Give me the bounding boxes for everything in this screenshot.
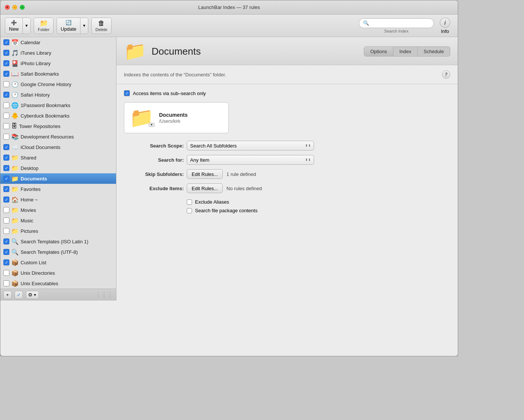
info-label: Info [441, 28, 449, 34]
sidebar-check-unix-executables[interactable] [3, 280, 9, 286]
gear-button[interactable]: ⚙ ▼ [26, 291, 39, 299]
exclude-items-btn[interactable]: Edit Rules... [187, 183, 223, 193]
folder-button[interactable]: 📁 Folder [34, 18, 54, 34]
sidebar-check-calendar[interactable]: ✓ [3, 39, 9, 45]
sidebar-item-music[interactable]: 📁Music [0, 215, 116, 226]
sidebar-item-safari-history[interactable]: ✓🕐Safari History [0, 89, 116, 100]
search-for-select[interactable]: Any Item [187, 155, 314, 165]
sidebar-check-search-templates-utf8[interactable]: ✓ [3, 249, 9, 255]
folder-dropdown-arrow[interactable]: ▼ [149, 123, 155, 127]
sidebar-item-google-chrome-history[interactable]: 🕐Google Chrome History [0, 79, 116, 89]
check-button[interactable]: ✓ [15, 291, 23, 299]
help-button[interactable]: ? [442, 70, 450, 79]
sidebar-item-iphoto-library[interactable]: ✓🎴iPhoto Library [0, 58, 116, 69]
sidebar-check-google-chrome-history[interactable] [3, 81, 9, 87]
sidebar-item-search-templates-latin[interactable]: ✓🔍Search Templates (ISO Latin 1) [0, 236, 116, 247]
sidebar-item-cyberduck-bookmarks[interactable]: 🐥Cyberduck Bookmarks [0, 110, 116, 121]
folder-card[interactable]: 📁 ▼ Documents /Users/kirk [124, 102, 229, 133]
sidebar-check-safari-bookmarks[interactable]: ✓ [3, 71, 9, 77]
sidebar-icon-music: 📁 [11, 217, 19, 224]
sidebar-item-search-templates-utf8[interactable]: ✓🔍Search Templates (UTF-8) [0, 247, 116, 257]
new-arrow[interactable]: ▼ [22, 18, 30, 34]
exclude-aliases-checkbox[interactable] [187, 200, 192, 205]
sidebar-check-itunes-library[interactable]: ✓ [3, 50, 9, 56]
new-button[interactable]: ➕ New [5, 18, 22, 34]
sidebar-item-custom-list[interactable]: ✓📦Custom List [0, 257, 116, 268]
sidebar-icon-cyberduck-bookmarks: 🐥 [11, 112, 19, 119]
sidebar-label-search-templates-latin: Search Templates (ISO Latin 1) [21, 239, 88, 244]
sidebar-check-icloud-documents[interactable]: ✓ [3, 144, 9, 150]
sidebar-item-development-resources[interactable]: 📚Development Resources [0, 131, 116, 142]
sidebar-label-icloud-documents: iCloud Documents [21, 144, 60, 150]
sidebar-item-shared[interactable]: ✓📁Shared [0, 152, 116, 163]
access-checkbox[interactable]: ✓ [124, 90, 130, 96]
update-button[interactable]: 🔄 Update [57, 18, 80, 34]
info-button[interactable]: i Info [437, 18, 453, 34]
detail-header: 📁 Documents Options Index Schedule [116, 37, 458, 65]
sidebar-check-movies[interactable] [3, 207, 9, 213]
sidebar-check-music[interactable] [3, 217, 9, 223]
minimize-button[interactable]: − [12, 5, 17, 10]
sidebar-check-home[interactable]: ✓ [3, 197, 9, 203]
sidebar-check-custom-list[interactable]: ✓ [3, 259, 9, 265]
search-box[interactable]: 🔍 [359, 18, 434, 28]
update-button-group[interactable]: 🔄 Update ▼ [57, 18, 88, 34]
add-button[interactable]: + [3, 291, 12, 299]
search-wrapper: 🔍 Search Index [359, 18, 434, 33]
sidebar-item-unix-directories[interactable]: 📦Unix Directories [0, 268, 116, 278]
sidebar-item-unix-executables[interactable]: 📦Unix Executables [0, 278, 116, 289]
sidebar-check-pictures[interactable] [3, 228, 9, 234]
sidebar-item-1password-bookmarks[interactable]: 🌐1Password Bookmarks [0, 100, 116, 110]
sidebar-check-shared[interactable]: ✓ [3, 155, 9, 161]
sidebar-check-iphoto-library[interactable]: ✓ [3, 60, 9, 66]
main-content: ✓📅Calendar✓🎵iTunes Library✓🎴iPhoto Libra… [0, 37, 458, 356]
sidebar-item-movies[interactable]: 📁Movies [0, 205, 116, 215]
tab-schedule[interactable]: Schedule [418, 47, 450, 56]
new-button-group[interactable]: ➕ New ▼ [5, 18, 31, 34]
sidebar-check-safari-history[interactable]: ✓ [3, 92, 9, 98]
sidebar-item-pictures[interactable]: 📁Pictures [0, 226, 116, 236]
search-label: Search Index [384, 29, 409, 33]
gear-arrow: ▼ [33, 293, 37, 297]
sidebar-item-itunes-library[interactable]: ✓🎵iTunes Library [0, 48, 116, 58]
sidebar-icon-itunes-library: 🎵 [11, 49, 19, 57]
sidebar-label-desktop: Desktop [21, 165, 39, 171]
tab-index[interactable]: Index [393, 47, 418, 56]
delete-button[interactable]: 🗑 Delete [91, 18, 112, 34]
sidebar-check-unix-directories[interactable] [3, 270, 9, 276]
sidebar-check-development-resources[interactable] [3, 134, 9, 140]
update-arrow[interactable]: ▼ [80, 18, 88, 34]
sidebar-item-icloud-documents[interactable]: ✓☁️iCloud Documents [0, 142, 116, 152]
tab-options[interactable]: Options [364, 47, 393, 56]
sidebar-label-shared: Shared [21, 155, 36, 161]
sidebar-check-1password-bookmarks[interactable] [3, 102, 9, 108]
sidebar-label-development-resources: Development Resources [21, 134, 74, 140]
search-for-wrapper: Any Item [187, 155, 314, 165]
search-scope-wrapper: Search All Subfolders [187, 141, 314, 150]
detail-description-bar: Indexes the contents of the “Documents” … [116, 65, 458, 84]
sidebar-item-home[interactable]: ✓🏠Home ~ [0, 194, 116, 205]
sidebar-label-pictures: Pictures [21, 228, 38, 234]
skip-subfolders-btn[interactable]: Edit Rules... [187, 169, 223, 179]
sidebar-icon-unix-directories: 📦 [11, 270, 19, 277]
search-file-package-checkbox[interactable] [187, 208, 192, 213]
maximize-button[interactable]: + [20, 5, 25, 10]
search-scope-select[interactable]: Search All Subfolders [187, 141, 314, 150]
sidebar-check-tower-repositories[interactable] [3, 123, 9, 129]
sidebar-item-desktop[interactable]: ✓📁Desktop [0, 163, 116, 173]
close-button[interactable]: ✕ [5, 5, 10, 10]
sidebar-check-desktop[interactable]: ✓ [3, 165, 9, 171]
skip-subfolders-row: Edit Rules... 1 rule defined [187, 169, 450, 179]
sidebar-check-cyberduck-bookmarks[interactable] [3, 113, 9, 119]
window-title: LaunchBar Index — 37 rules [198, 4, 260, 10]
sidebar-check-documents[interactable]: ✓ [3, 176, 9, 182]
sidebar-item-documents[interactable]: ✓📁Documents [0, 173, 116, 184]
sidebar-check-search-templates-latin[interactable]: ✓ [3, 238, 9, 244]
sidebar-item-calendar[interactable]: ✓📅Calendar [0, 37, 116, 48]
search-input[interactable] [371, 21, 430, 26]
sidebar-item-safari-bookmarks[interactable]: ✓📖Safari Bookmarks [0, 69, 116, 79]
sidebar-item-favorites[interactable]: ✓📁Favorites [0, 184, 116, 194]
form-grid: Search Scope: Search All Subfolders Sear… [124, 141, 450, 193]
sidebar-item-tower-repositories[interactable]: 🗄Tower Repositories [0, 121, 116, 131]
sidebar-check-favorites[interactable]: ✓ [3, 186, 9, 192]
